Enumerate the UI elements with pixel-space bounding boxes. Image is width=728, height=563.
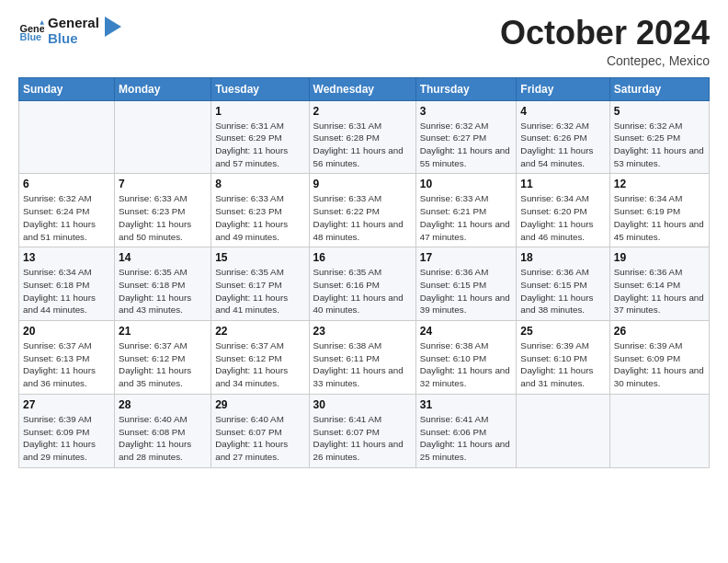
- day-info: Sunrise: 6:39 AMSunset: 6:10 PMDaylight:…: [520, 339, 605, 390]
- month-title: October 2024: [500, 15, 710, 52]
- day-info: Sunrise: 6:32 AMSunset: 6:24 PMDaylight:…: [23, 192, 110, 243]
- header-day-monday: Monday: [115, 77, 211, 100]
- header-day-wednesday: Wednesday: [309, 77, 415, 100]
- day-number: 10: [420, 178, 513, 190]
- day-info: Sunrise: 6:34 AMSunset: 6:19 PMDaylight:…: [614, 192, 705, 243]
- day-number: 15: [215, 251, 304, 264]
- logo-arrow-icon: [105, 17, 121, 37]
- calendar-cell: 2Sunrise: 6:31 AMSunset: 6:28 PMDaylight…: [309, 100, 415, 174]
- day-number: 8: [215, 178, 304, 190]
- logo: General Blue General Blue: [18, 15, 121, 47]
- logo-general: General: [48, 15, 99, 30]
- calendar-cell: 4Sunrise: 6:32 AMSunset: 6:26 PMDaylight…: [517, 100, 609, 174]
- day-info: Sunrise: 6:41 AMSunset: 6:06 PMDaylight:…: [420, 413, 513, 464]
- day-info: Sunrise: 6:31 AMSunset: 6:29 PMDaylight:…: [215, 120, 304, 170]
- calendar-page: General Blue General Blue October 2024 C…: [0, 0, 728, 563]
- day-number: 22: [215, 325, 304, 338]
- logo-blue: Blue: [48, 30, 99, 46]
- calendar-cell: 28Sunrise: 6:40 AMSunset: 6:08 PMDayligh…: [115, 394, 211, 467]
- calendar-cell: 24Sunrise: 6:38 AMSunset: 6:10 PMDayligh…: [415, 321, 517, 395]
- calendar-cell: 27Sunrise: 6:39 AMSunset: 6:09 PMDayligh…: [19, 394, 115, 467]
- day-number: 2: [313, 105, 412, 118]
- day-number: 17: [420, 251, 513, 264]
- logo-icon: General Blue: [18, 17, 44, 43]
- day-number: 5: [614, 105, 705, 118]
- day-number: 18: [520, 251, 605, 264]
- calendar-cell: 18Sunrise: 6:36 AMSunset: 6:15 PMDayligh…: [517, 247, 609, 321]
- calendar-cell: 5Sunrise: 6:32 AMSunset: 6:25 PMDaylight…: [609, 100, 709, 174]
- day-info: Sunrise: 6:37 AMSunset: 6:12 PMDaylight:…: [119, 339, 207, 390]
- calendar-cell: 9Sunrise: 6:33 AMSunset: 6:22 PMDaylight…: [309, 174, 415, 247]
- day-info: Sunrise: 6:36 AMSunset: 6:15 PMDaylight:…: [520, 266, 605, 316]
- day-number: 9: [313, 178, 412, 190]
- header: General Blue General Blue October 2024 C…: [18, 15, 710, 68]
- day-info: Sunrise: 6:35 AMSunset: 6:17 PMDaylight:…: [215, 266, 304, 316]
- day-info: Sunrise: 6:36 AMSunset: 6:15 PMDaylight:…: [420, 266, 513, 316]
- calendar-cell: 31Sunrise: 6:41 AMSunset: 6:06 PMDayligh…: [415, 394, 517, 467]
- calendar-cell: 7Sunrise: 6:33 AMSunset: 6:23 PMDaylight…: [115, 174, 211, 247]
- day-number: 16: [313, 251, 412, 264]
- day-number: 13: [23, 251, 110, 264]
- calendar-cell: [115, 100, 211, 174]
- day-number: 4: [520, 105, 605, 118]
- day-number: 28: [119, 398, 207, 411]
- calendar-cell: 26Sunrise: 6:39 AMSunset: 6:09 PMDayligh…: [609, 321, 709, 395]
- calendar-cell: 21Sunrise: 6:37 AMSunset: 6:12 PMDayligh…: [115, 321, 211, 395]
- calendar-cell: 15Sunrise: 6:35 AMSunset: 6:17 PMDayligh…: [211, 247, 309, 321]
- location: Contepec, Mexico: [500, 53, 710, 68]
- header-day-thursday: Thursday: [415, 77, 517, 100]
- day-number: 30: [313, 398, 412, 411]
- calendar-cell: 3Sunrise: 6:32 AMSunset: 6:27 PMDaylight…: [415, 100, 517, 174]
- day-number: 6: [23, 178, 110, 190]
- calendar-cell: 12Sunrise: 6:34 AMSunset: 6:19 PMDayligh…: [609, 174, 709, 247]
- day-info: Sunrise: 6:32 AMSunset: 6:25 PMDaylight:…: [614, 120, 705, 170]
- day-info: Sunrise: 6:33 AMSunset: 6:23 PMDaylight:…: [119, 192, 207, 243]
- day-info: Sunrise: 6:38 AMSunset: 6:10 PMDaylight:…: [420, 339, 513, 390]
- header-day-sunday: Sunday: [19, 77, 115, 100]
- calendar-cell: 16Sunrise: 6:35 AMSunset: 6:16 PMDayligh…: [309, 247, 415, 321]
- calendar-header-row: SundayMondayTuesdayWednesdayThursdayFrid…: [19, 77, 710, 100]
- calendar-cell: 19Sunrise: 6:36 AMSunset: 6:14 PMDayligh…: [609, 247, 709, 321]
- day-info: Sunrise: 6:33 AMSunset: 6:23 PMDaylight:…: [215, 192, 304, 243]
- day-number: 31: [420, 398, 513, 411]
- calendar-cell: 29Sunrise: 6:40 AMSunset: 6:07 PMDayligh…: [211, 394, 309, 467]
- header-day-friday: Friday: [517, 77, 609, 100]
- calendar-cell: [517, 394, 609, 467]
- calendar-cell: [609, 394, 709, 467]
- calendar-week-row: 27Sunrise: 6:39 AMSunset: 6:09 PMDayligh…: [19, 394, 710, 467]
- day-info: Sunrise: 6:37 AMSunset: 6:13 PMDaylight:…: [23, 339, 110, 390]
- calendar-cell: 30Sunrise: 6:41 AMSunset: 6:07 PMDayligh…: [309, 394, 415, 467]
- day-info: Sunrise: 6:40 AMSunset: 6:07 PMDaylight:…: [215, 413, 304, 464]
- calendar-cell: 25Sunrise: 6:39 AMSunset: 6:10 PMDayligh…: [517, 321, 609, 395]
- day-info: Sunrise: 6:33 AMSunset: 6:22 PMDaylight:…: [313, 192, 412, 243]
- day-number: 25: [520, 325, 605, 338]
- day-info: Sunrise: 6:32 AMSunset: 6:27 PMDaylight:…: [420, 120, 513, 170]
- day-info: Sunrise: 6:40 AMSunset: 6:08 PMDaylight:…: [119, 413, 207, 464]
- day-number: 20: [23, 325, 110, 338]
- day-info: Sunrise: 6:39 AMSunset: 6:09 PMDaylight:…: [23, 413, 110, 464]
- header-day-tuesday: Tuesday: [211, 77, 309, 100]
- calendar-week-row: 13Sunrise: 6:34 AMSunset: 6:18 PMDayligh…: [19, 247, 710, 321]
- calendar-cell: 14Sunrise: 6:35 AMSunset: 6:18 PMDayligh…: [115, 247, 211, 321]
- day-number: 1: [215, 105, 304, 118]
- day-info: Sunrise: 6:33 AMSunset: 6:21 PMDaylight:…: [420, 192, 513, 243]
- calendar-cell: 22Sunrise: 6:37 AMSunset: 6:12 PMDayligh…: [211, 321, 309, 395]
- calendar-cell: 6Sunrise: 6:32 AMSunset: 6:24 PMDaylight…: [19, 174, 115, 247]
- calendar-cell: 17Sunrise: 6:36 AMSunset: 6:15 PMDayligh…: [415, 247, 517, 321]
- day-info: Sunrise: 6:32 AMSunset: 6:26 PMDaylight:…: [520, 120, 605, 170]
- day-number: 14: [119, 251, 207, 264]
- calendar-cell: 8Sunrise: 6:33 AMSunset: 6:23 PMDaylight…: [211, 174, 309, 247]
- svg-marker-3: [105, 17, 121, 37]
- day-number: 3: [420, 105, 513, 118]
- day-number: 24: [420, 325, 513, 338]
- day-info: Sunrise: 6:36 AMSunset: 6:14 PMDaylight:…: [614, 266, 705, 316]
- svg-text:Blue: Blue: [20, 31, 42, 42]
- day-info: Sunrise: 6:35 AMSunset: 6:16 PMDaylight:…: [313, 266, 412, 316]
- day-info: Sunrise: 6:34 AMSunset: 6:18 PMDaylight:…: [23, 266, 110, 316]
- day-number: 29: [215, 398, 304, 411]
- calendar-table: SundayMondayTuesdayWednesdayThursdayFrid…: [18, 77, 710, 468]
- day-number: 27: [23, 398, 110, 411]
- day-info: Sunrise: 6:38 AMSunset: 6:11 PMDaylight:…: [313, 339, 412, 390]
- day-info: Sunrise: 6:34 AMSunset: 6:20 PMDaylight:…: [520, 192, 605, 243]
- day-number: 23: [313, 325, 412, 338]
